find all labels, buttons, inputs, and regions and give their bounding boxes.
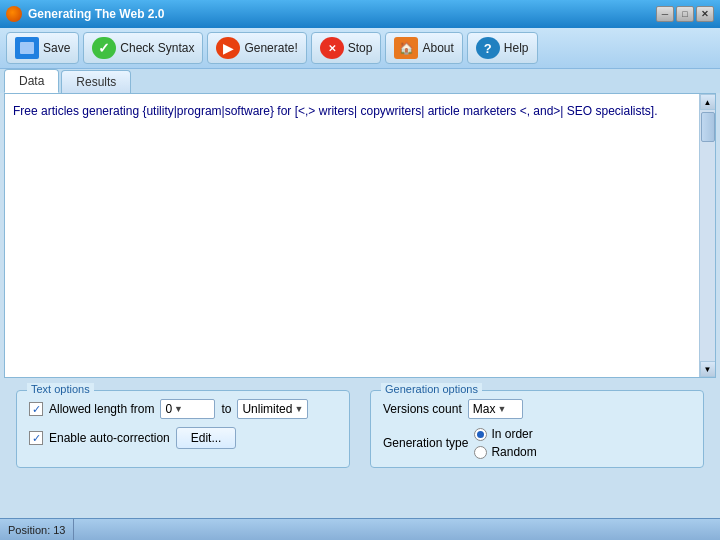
options-panel: Text options ✓ Allowed length from 0 ▼ t… — [4, 382, 716, 476]
title-bar: Generating The Web 2.0 ─ □ ✕ — [0, 0, 720, 28]
scroll-up-arrow[interactable]: ▲ — [700, 94, 716, 110]
scroll-track[interactable] — [700, 110, 715, 361]
help-button[interactable]: ? Help — [467, 32, 538, 64]
about-button[interactable]: 🏠 About — [385, 32, 462, 64]
random-label: Random — [491, 445, 536, 459]
stop-label: Stop — [348, 41, 373, 55]
random-row: Random — [474, 445, 536, 459]
scroll-thumb[interactable] — [701, 112, 715, 142]
to-label: to — [221, 402, 231, 416]
status-bar: Position: 13 — [0, 518, 720, 540]
save-button[interactable]: Save — [6, 32, 79, 64]
in-order-label: In order — [491, 427, 532, 441]
about-icon: 🏠 — [394, 37, 418, 59]
help-icon: ? — [476, 37, 500, 59]
tab-results[interactable]: Results — [61, 70, 131, 93]
check-syntax-label: Check Syntax — [120, 41, 194, 55]
app-icon — [6, 6, 22, 22]
app-window: Generating The Web 2.0 ─ □ ✕ Save ✓ Chec… — [0, 0, 720, 540]
check-syntax-button[interactable]: ✓ Check Syntax — [83, 32, 203, 64]
auto-correction-checkbox[interactable]: ✓ — [29, 431, 43, 445]
generate-button[interactable]: ▶ Generate! — [207, 32, 306, 64]
tab-data[interactable]: Data — [4, 69, 59, 93]
length-from-dropdown[interactable]: 0 ▼ — [160, 399, 215, 419]
save-icon — [15, 37, 39, 59]
versions-dropdown[interactable]: Max ▼ — [468, 399, 523, 419]
in-order-radio[interactable] — [474, 428, 487, 441]
random-radio[interactable] — [474, 446, 487, 459]
versions-value: Max — [473, 402, 496, 416]
minimize-button[interactable]: ─ — [656, 6, 674, 22]
text-options-group: Text options ✓ Allowed length from 0 ▼ t… — [16, 390, 350, 468]
generate-icon: ▶ — [216, 37, 240, 59]
stop-icon: ✕ — [320, 37, 344, 59]
help-label: Help — [504, 41, 529, 55]
content-area: Data Results ▲ ▼ Text options ✓ Allowed … — [0, 69, 720, 518]
window-title: Generating The Web 2.0 — [28, 7, 164, 21]
text-options-title: Text options — [27, 383, 94, 395]
vertical-scrollbar[interactable]: ▲ ▼ — [699, 94, 715, 377]
generation-type-label: Generation type — [383, 436, 468, 450]
length-from-arrow: ▼ — [174, 404, 183, 414]
versions-arrow: ▼ — [497, 404, 506, 414]
length-from-value: 0 — [165, 402, 172, 416]
generation-options-title: Generation options — [381, 383, 482, 395]
toolbar: Save ✓ Check Syntax ▶ Generate! ✕ Stop 🏠… — [0, 28, 720, 69]
versions-count-row: Versions count Max ▼ — [383, 399, 691, 419]
window-controls: ─ □ ✕ — [656, 6, 714, 22]
tab-bar: Data Results — [0, 69, 720, 93]
close-button[interactable]: ✕ — [696, 6, 714, 22]
generation-type-row: Generation type In order Random — [383, 427, 691, 459]
versions-count-label: Versions count — [383, 402, 462, 416]
check-icon: ✓ — [92, 37, 116, 59]
auto-correction-label: Enable auto-correction — [49, 431, 170, 445]
allowed-length-label: Allowed length from — [49, 402, 154, 416]
position-status: Position: 13 — [8, 519, 74, 540]
position-label: Position: 13 — [8, 524, 65, 536]
length-to-dropdown[interactable]: Unlimited ▼ — [237, 399, 308, 419]
editor-textarea[interactable] — [5, 94, 715, 377]
maximize-button[interactable]: □ — [676, 6, 694, 22]
length-to-value: Unlimited — [242, 402, 292, 416]
save-label: Save — [43, 41, 70, 55]
stop-button[interactable]: ✕ Stop — [311, 32, 382, 64]
generation-type-radio-group: In order Random — [474, 427, 536, 459]
generate-label: Generate! — [244, 41, 297, 55]
allowed-length-checkbox[interactable]: ✓ — [29, 402, 43, 416]
auto-correction-row: ✓ Enable auto-correction Edit... — [29, 427, 337, 449]
about-label: About — [422, 41, 453, 55]
in-order-row: In order — [474, 427, 536, 441]
edit-button[interactable]: Edit... — [176, 427, 237, 449]
editor-container: ▲ ▼ — [4, 93, 716, 378]
scroll-down-arrow[interactable]: ▼ — [700, 361, 716, 377]
length-to-arrow: ▼ — [294, 404, 303, 414]
allowed-length-row: ✓ Allowed length from 0 ▼ to Unlimited ▼ — [29, 399, 337, 419]
generation-options-group: Generation options Versions count Max ▼ … — [370, 390, 704, 468]
